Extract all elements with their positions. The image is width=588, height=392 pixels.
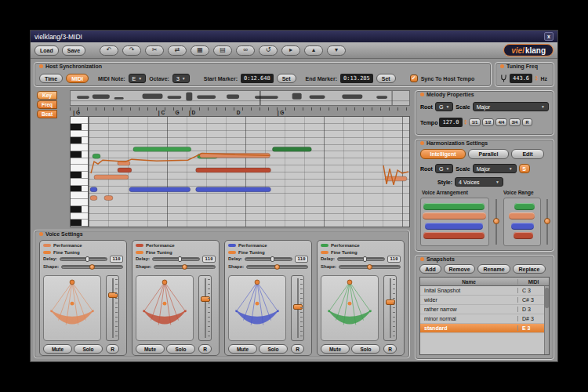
voice-xy-pad[interactable] [136,275,194,341]
note-blob[interactable] [90,196,97,201]
melody-reset-button[interactable]: R [522,118,532,126]
fader-handle[interactable] [293,304,303,310]
piano-key[interactable] [71,131,88,138]
parallel-mode-button[interactable]: Parallel [468,149,509,159]
midi-mode-button[interactable]: MIDI [66,74,89,83]
redo-icon[interactable]: ↷ [122,45,141,56]
voice-reset-button[interactable]: R [198,344,212,354]
note-blob[interactable] [196,168,271,172]
add-snapshot-button[interactable]: Add [419,264,441,274]
voice-bar[interactable] [423,212,486,220]
voice-reset-button[interactable]: R [106,344,119,354]
voice-fader[interactable] [198,275,212,341]
slider-handle[interactable] [178,256,182,262]
piano-key[interactable] [71,151,88,158]
note-blob[interactable] [196,187,271,192]
titlebar[interactable]: vielklang/3-MIDI x [31,31,557,42]
solo-button[interactable]: Solo [259,344,288,354]
mute-button[interactable]: Mute [136,344,165,354]
voice-bar[interactable] [423,203,484,210]
note-blob[interactable] [94,175,129,180]
voice-bar[interactable] [425,223,483,230]
delay-slider[interactable] [337,257,385,261]
slider-handle[interactable] [367,264,372,270]
tab-key[interactable]: Key [37,91,57,100]
slider-handle[interactable] [363,256,367,262]
note-blob[interactable] [104,196,113,201]
waveform-overview[interactable] [70,90,410,106]
tab-freq[interactable]: Freq [37,100,57,109]
piano-key[interactable] [71,179,88,186]
slider-handle[interactable] [544,218,550,224]
scissors-icon[interactable]: ✂ [145,45,164,56]
delay-slider[interactable] [152,257,200,261]
piano-key[interactable] [71,192,88,199]
melody-scale-dropdown[interactable]: Major▼ [473,102,549,111]
slider-handle[interactable] [493,218,499,224]
voice-bar[interactable] [511,223,534,230]
pitch-editor-grid[interactable] [89,116,410,227]
piano-key[interactable] [71,213,88,220]
piano-key[interactable] [71,172,88,179]
fader-handle[interactable] [386,299,395,305]
solo-button[interactable]: Solo [351,344,380,354]
voice-fader[interactable] [383,275,397,341]
style-dropdown[interactable]: 4 Voices▼ [455,177,503,187]
piano-key[interactable] [71,137,88,144]
piano-key[interactable] [71,206,88,213]
harm-scale-dropdown[interactable]: Major▼ [473,164,517,173]
shape-slider[interactable] [339,265,401,269]
tuning-freq-value[interactable]: 443.6 [510,74,532,83]
s-button[interactable]: S [519,164,530,173]
note-blob[interactable] [129,187,191,192]
start-marker-set-button[interactable]: Set [277,74,296,83]
rename-snapshot-button[interactable]: Rename [477,264,510,274]
edit-mode-button[interactable]: Edit [511,149,544,159]
voice-reset-button[interactable]: R [291,344,304,354]
note-blob[interactable] [133,147,191,151]
snapshot-row[interactable]: minor normalD# 3 [420,314,549,324]
note-blob[interactable] [90,187,97,192]
meter-4-4-button[interactable]: 4/4 [495,118,507,126]
snapshot-row[interactable]: rather narrowD 3 [420,305,549,314]
slider-handle[interactable] [274,264,280,270]
meter-3-4-button[interactable]: 3/4 [509,118,521,126]
slider-handle[interactable] [89,264,95,270]
solo-button[interactable]: Solo [74,344,103,354]
swap-icon[interactable]: ⇄ [168,45,187,56]
arrow-up-icon[interactable]: ▴ [304,45,323,56]
start-marker-value[interactable]: 0:12.648 [241,74,274,83]
grid-icon[interactable]: ▦ [191,45,209,56]
voice-xy-pad[interactable] [228,275,286,341]
slider-handle[interactable] [85,256,89,262]
octave-dropdown[interactable]: 3▼ [172,74,190,83]
intelligent-mode-button[interactable]: Intelligent [420,149,466,159]
rows-icon[interactable]: ▤ [213,45,232,56]
note-blob[interactable] [118,168,132,172]
tempo-stepper[interactable]: ▲▼ [464,119,467,126]
load-button[interactable]: Load [34,45,59,56]
slider-handle[interactable] [270,256,274,262]
delay-value[interactable]: 110 [387,256,401,263]
sync-to-host-checkbox[interactable]: ✓ [410,74,418,82]
replace-snapshot-button[interactable]: Replace [513,264,546,274]
note-blob[interactable] [272,147,311,151]
shape-slider[interactable] [246,265,308,269]
shape-slider[interactable] [61,265,123,269]
delay-value[interactable]: 110 [110,256,123,263]
piano-key[interactable] [71,165,88,172]
tempo-value[interactable]: 127.0 [439,118,462,127]
delay-slider[interactable] [245,257,292,261]
note-blob[interactable] [93,154,100,158]
piano-key[interactable] [71,220,88,227]
piano-key[interactable] [71,186,88,193]
time-mode-button[interactable]: Time [39,74,63,83]
close-button[interactable]: x [544,32,554,41]
delay-slider[interactable] [60,257,107,261]
meter-1-2-button[interactable]: 1/2 [482,118,494,126]
harm-root-dropdown[interactable]: G▼ [435,164,453,173]
beat-ruler[interactable]: | G| CG| DD| G [70,107,410,116]
piano-key[interactable] [71,199,88,206]
delay-value[interactable]: 110 [202,256,216,263]
arrow-down-icon[interactable]: ▾ [327,45,346,56]
